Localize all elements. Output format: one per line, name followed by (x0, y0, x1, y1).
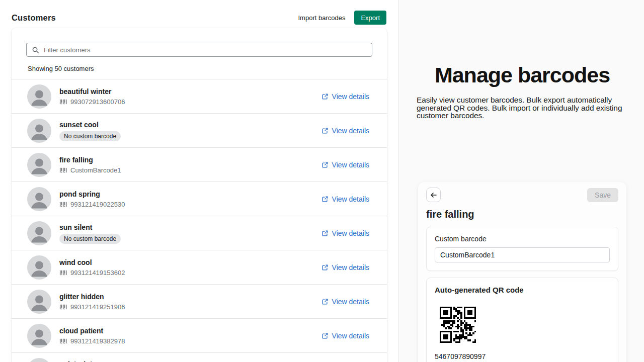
customer-info: wind cool 99312141915 (59, 258, 125, 277)
detail-toolbar: Save (426, 188, 618, 202)
hero-title: Manage barcodes (417, 63, 628, 87)
view-details-link[interactable]: View details (321, 161, 369, 169)
customer-name: glitter hidden (59, 292, 125, 301)
filter-bar (12, 28, 387, 57)
customers-card: Showing 50 customers beautiful winter (12, 28, 387, 362)
view-details-link[interactable]: View details (321, 229, 369, 237)
customer-barcode-number: 993072913600706 (70, 98, 125, 106)
customer-subline: 993121419022530 (59, 201, 125, 208)
external-link-icon (321, 127, 329, 134)
external-link-icon (321, 161, 329, 168)
qr-code-card: Auto-generated QR code 5467097890997 (426, 278, 618, 362)
page-header: Customers Import barcodes Export (0, 0, 398, 28)
customer-subline: 993121419153602 (59, 269, 125, 277)
view-details-link[interactable]: View details (321, 195, 369, 203)
customer-name: quiet winter (59, 359, 121, 362)
custom-barcode-input[interactable] (435, 247, 610, 262)
view-details-link[interactable]: View details (321, 332, 369, 340)
customer-row: fire falling CustomBa (12, 148, 387, 182)
customer-avatar (27, 119, 51, 143)
customer-row: beautiful winter 9930 (12, 79, 387, 114)
view-details-link[interactable]: View details (321, 263, 369, 272)
customer-barcode: 993121419022530 (59, 201, 125, 208)
external-link-icon (321, 298, 329, 305)
customer-row: cloud patient 9931214 (12, 319, 387, 353)
customer-info: beautiful winter 9930 (59, 87, 125, 106)
custom-barcode-card: Custom barcode (426, 227, 618, 271)
showing-count: Showing 50 customers (28, 65, 371, 72)
view-details-label: View details (332, 229, 369, 237)
export-button[interactable]: Export (354, 11, 386, 25)
view-details-label: View details (332, 93, 369, 101)
import-barcodes-button[interactable]: Import barcodes (294, 11, 349, 25)
customer-row: sunset cool No custom barcode View detai… (12, 114, 387, 148)
customer-name: cloud patient (59, 326, 125, 335)
header-actions: Import barcodes Export (294, 11, 386, 25)
customer-barcode-number: CustomBarcode1 (70, 166, 121, 174)
qr-section-title: Auto-generated QR code (435, 286, 610, 294)
customer-avatar (27, 221, 51, 245)
view-details-label: View details (332, 298, 369, 306)
barcode-icon (59, 201, 67, 208)
customer-list: beautiful winter 9930 (12, 79, 387, 362)
no-barcode-badge: No custom barcode (59, 131, 121, 141)
customer-info: sun silent No custom barcode (59, 223, 121, 244)
barcode-icon (59, 303, 67, 311)
external-link-icon (321, 93, 329, 100)
filter-customers-input[interactable] (26, 43, 372, 57)
qr-code-value: 5467097890997 (435, 352, 610, 360)
barcode-icon (59, 269, 67, 277)
view-details-label: View details (332, 161, 369, 169)
view-details-link[interactable]: View details (321, 93, 369, 101)
customer-name: sunset cool (59, 120, 121, 129)
customer-name: wind cool (59, 258, 125, 267)
external-link-icon (321, 196, 329, 203)
view-details-label: View details (332, 263, 369, 272)
customer-info: cloud patient 9931214 (59, 326, 125, 345)
barcode-icon (59, 337, 67, 345)
customer-avatar (27, 290, 51, 314)
customer-name: pond spring (59, 190, 125, 199)
customer-avatar (27, 84, 51, 109)
customer-barcode: 993121419153602 (59, 269, 125, 277)
customer-row: quiet winter No custom barcode View deta… (12, 353, 387, 362)
customer-avatar (27, 358, 51, 362)
back-arrow-icon (430, 191, 438, 199)
customer-barcode: 993121419251906 (59, 303, 125, 311)
customer-info: fire falling CustomBa (59, 155, 121, 174)
view-details-link[interactable]: View details (321, 127, 369, 135)
hero-section: Manage barcodes Easily view customer bar… (399, 0, 644, 120)
qr-code-image (440, 307, 476, 343)
customer-name: beautiful winter (59, 87, 125, 96)
manage-barcodes-panel: Manage barcodes Easily view customer bar… (398, 0, 644, 362)
barcode-icon (59, 98, 67, 106)
save-button[interactable]: Save (587, 188, 618, 202)
view-details-label: View details (332, 127, 369, 135)
customer-detail-card: Save fire falling Custom barcode Auto-ge… (418, 182, 626, 362)
customer-barcode: 993072913600706 (59, 98, 125, 106)
customer-subline: No custom barcode (59, 234, 121, 244)
view-details-link[interactable]: View details (321, 298, 369, 306)
customer-name: fire falling (59, 155, 121, 164)
customer-name: sun silent (59, 223, 121, 232)
external-link-icon (321, 264, 329, 271)
search-icon (32, 46, 39, 54)
external-link-icon (321, 332, 329, 339)
customer-avatar (27, 255, 51, 280)
external-link-icon (321, 230, 329, 237)
page-title: Customers (12, 13, 56, 23)
hero-description: Easily view customer barcodes. Bulk expo… (417, 96, 628, 120)
customer-info: quiet winter No custom barcode (59, 359, 121, 362)
customer-barcode: 993121419382978 (59, 337, 125, 345)
customer-row: sun silent No custom barcode View detail… (12, 216, 387, 250)
customer-subline: 993121419382978 (59, 337, 125, 345)
customer-barcode-number: 993121419251906 (70, 303, 125, 311)
back-button[interactable] (426, 188, 441, 202)
customer-barcode: CustomBarcode1 (59, 166, 121, 174)
barcode-icon (59, 166, 67, 174)
customer-avatar (27, 187, 51, 211)
customer-avatar (27, 324, 51, 348)
custom-barcode-label: Custom barcode (435, 235, 610, 243)
customer-barcode-number: 993121419382978 (70, 337, 125, 345)
customer-info: sunset cool No custom barcode (59, 120, 121, 141)
